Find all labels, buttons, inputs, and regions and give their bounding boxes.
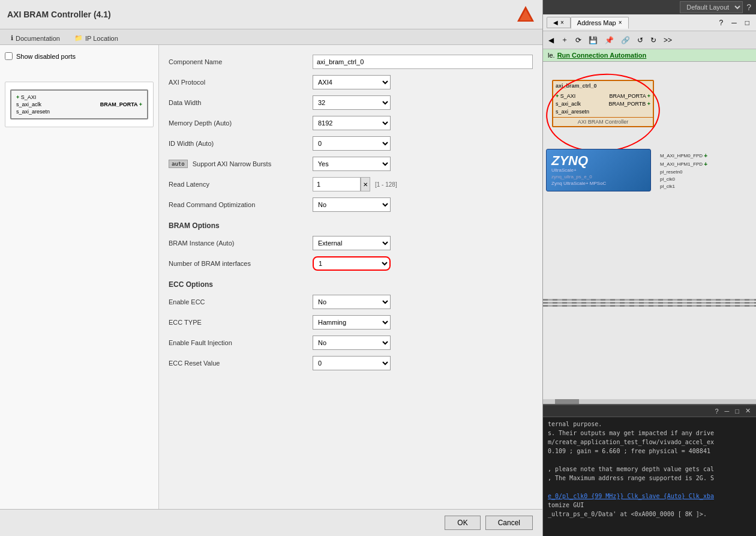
- automation-banner: le. Run Connection Automation: [543, 49, 756, 62]
- read-latency-row: Read Latency ✕ [1 - 128]: [169, 177, 533, 191]
- bram-porta: BRAM_PORTA +: [610, 93, 650, 99]
- port-s-axi: + S_AXI: [16, 94, 50, 100]
- toolbar-pin-btn[interactable]: 📌: [602, 34, 617, 46]
- default-layout-select[interactable]: Default Layout: [680, 1, 743, 13]
- minimize-btn[interactable]: ─: [728, 17, 740, 29]
- log-line-5: , please note that memory depth value ge…: [548, 465, 751, 474]
- axi-protocol-select[interactable]: AXI4 AXI4LITE: [313, 75, 391, 89]
- bram-footer: AXI BRAM Controller: [553, 117, 653, 126]
- tab-previous[interactable]: ◀ ×: [547, 17, 571, 28]
- log-line-7: tomize GUI: [548, 501, 751, 510]
- toolbar-sync-btn[interactable]: ↺: [634, 34, 646, 46]
- id-width-row: ID Width (Auto) 0 1 2: [169, 136, 533, 151]
- help-button[interactable]: ?: [746, 2, 751, 12]
- log-line-link[interactable]: e_0/pl_clk0 {99 MHz}} Clk_slave {Auto} C…: [548, 492, 751, 501]
- num-interfaces-label: Number of BRAM interfaces: [169, 260, 313, 267]
- zynq-port-hpm1: M_AXI_HPM1_FPD +: [660, 161, 707, 167]
- bram-ports-right: BRAM_PORTA + BRAM_PORTB +: [608, 93, 650, 115]
- enable-fault-select[interactable]: No Yes: [313, 336, 391, 350]
- maximize-btn[interactable]: □: [742, 17, 752, 29]
- tab-address-map-close[interactable]: ×: [619, 19, 622, 26]
- zynq-logo: ZYNQ: [551, 154, 646, 167]
- log-close-btn[interactable]: ✕: [743, 406, 752, 415]
- id-width-label: ID Width (Auto): [169, 140, 313, 147]
- log-panel: ? ─ □ ✕ ternal purpose. s. Their outputs…: [543, 404, 756, 536]
- right-top-bar: ◀ × Address Map × ? ─ □: [543, 14, 756, 31]
- scrollbar-thumb[interactable]: [555, 399, 579, 404]
- zynq-ports-right: M_AXI_HPM0_FPD + M_AXI_HPM1_FPD + pl_res…: [660, 152, 707, 189]
- automation-prefix: le.: [548, 52, 555, 59]
- read-cmd-opt-select[interactable]: No Yes: [313, 197, 391, 212]
- bram-port-saxi: + S_AXI: [556, 93, 589, 99]
- help-icon-btn[interactable]: ?: [716, 17, 727, 29]
- enable-ecc-select[interactable]: No Yes: [313, 295, 391, 309]
- log-minimize-btn[interactable]: ─: [723, 406, 731, 415]
- ecc-options-header: ECC Options: [169, 280, 533, 289]
- toolbar-refresh-btn[interactable]: ⟳: [572, 34, 584, 46]
- info-icon: ℹ: [11, 34, 13, 42]
- num-interfaces-select[interactable]: 1 2: [313, 256, 391, 271]
- component-block: + S_AXI s_axi_aclk s_axi_aresetn BRAM_PO…: [10, 89, 148, 119]
- toolbar-reset-btn[interactable]: ↻: [647, 34, 659, 46]
- default-layout-bar: Default Layout ?: [543, 0, 756, 14]
- toolbar-link-btn[interactable]: 🔗: [618, 34, 633, 46]
- zynq-name: zynq_ultra_ps_e_0: [551, 174, 646, 179]
- block-diagram: axi_bram_ctrl_0 + S_AXI s_axi_aclk s_axi…: [543, 62, 756, 314]
- log-help-btn[interactable]: ?: [713, 406, 720, 415]
- zynq-ultra-label: UltraScale+: [551, 167, 646, 173]
- show-disabled-checkbox[interactable]: [5, 52, 13, 60]
- bram-portb: BRAM_PORTB +: [608, 101, 650, 107]
- folder-icon: 📁: [74, 34, 83, 42]
- component-name-label: Component Name: [169, 58, 313, 65]
- component-name-input[interactable]: [313, 55, 533, 69]
- cancel-button[interactable]: Cancel: [485, 516, 533, 530]
- data-width-row: Data Width 32 64 128 256 512: [169, 95, 533, 110]
- log-line-2: s. Their outputs may get impacted if any…: [548, 429, 751, 438]
- log-line-6: , The Maximum address range supported is…: [548, 474, 751, 483]
- toolbar-save-btn[interactable]: 💾: [586, 34, 601, 46]
- data-width-label: Data Width: [169, 99, 313, 106]
- bram-port-aresetn: s_axi_aresetn: [556, 109, 589, 115]
- zynq-port-hpm0: M_AXI_HPM0_FPD +: [660, 152, 707, 159]
- read-latency-clear[interactable]: ✕: [361, 177, 370, 191]
- separator-1: [543, 299, 756, 301]
- read-latency-input[interactable]: [313, 177, 361, 191]
- toolbar-add-btn[interactable]: ＋: [558, 33, 571, 47]
- tab-documentation[interactable]: ℹ Documentation: [5, 32, 66, 44]
- ecc-type-select[interactable]: Hamming SEC/DED: [313, 315, 391, 330]
- log-link-text[interactable]: e_0/pl_clk0 {99 MHz}} Clk_slave {Auto} C…: [548, 493, 714, 499]
- narrow-bursts-select[interactable]: Yes No: [313, 157, 391, 171]
- port-aresetn: s_axi_aresetn: [16, 109, 50, 115]
- ecc-type-row: ECC TYPE Hamming SEC/DED: [169, 315, 533, 330]
- port-aclk: s_axi_aclk: [16, 101, 50, 107]
- tab-address-map[interactable]: Address Map ×: [571, 17, 629, 29]
- tab-previous-close[interactable]: ×: [560, 19, 564, 26]
- memory-depth-label: Memory Depth (Auto): [169, 119, 313, 127]
- log-line-4: 0.109 ; gain = 6.660 ; free physical = 4…: [548, 447, 751, 456]
- settings-panel: Component Name AXI Protocol AXI4 AXI4LIT…: [159, 45, 542, 509]
- zynq-port-clk1: pl_clk1: [660, 184, 707, 189]
- log-maximize-btn[interactable]: □: [733, 406, 741, 415]
- log-line-blank2: [548, 483, 751, 492]
- enable-ecc-row: Enable ECC No Yes: [169, 295, 533, 309]
- memory-depth-select[interactable]: 8192 16384: [313, 116, 391, 130]
- diagram-area: le. Run Connection Automation axi_bram_c…: [543, 49, 756, 404]
- horizontal-scrollbar[interactable]: [543, 399, 756, 404]
- log-toolbar: ? ─ □ ✕: [543, 405, 756, 417]
- toolbar-expand-btn[interactable]: >>: [661, 34, 675, 46]
- axi-protocol-row: AXI Protocol AXI4 AXI4LITE: [169, 75, 533, 89]
- bram-instance-select[interactable]: External Internal: [313, 236, 391, 250]
- ecc-reset-select[interactable]: 0: [313, 356, 391, 370]
- id-width-select[interactable]: 0 1 2: [313, 136, 391, 151]
- bram-port-aclk: s_axi_aclk: [556, 101, 589, 107]
- show-disabled-label[interactable]: Show disabled ports: [5, 52, 154, 60]
- zynq-block: ZYNQ UltraScale+ zynq_ultra_ps_e_0 Zynq …: [546, 149, 651, 191]
- log-line-8: _ultra_ps_e_0/Data' at <0xA000_0000 [ 8K…: [548, 510, 751, 519]
- tab-ip-location[interactable]: 📁 IP Location: [68, 32, 124, 44]
- component-ports-left: + S_AXI s_axi_aclk s_axi_aresetn: [16, 94, 50, 115]
- toolbar-back-btn[interactable]: ◀: [545, 34, 557, 46]
- data-width-select[interactable]: 32 64 128 256 512: [313, 95, 391, 110]
- ok-button[interactable]: OK: [445, 516, 480, 530]
- run-connection-automation[interactable]: Run Connection Automation: [557, 52, 647, 59]
- auto-badge: auto: [169, 160, 188, 168]
